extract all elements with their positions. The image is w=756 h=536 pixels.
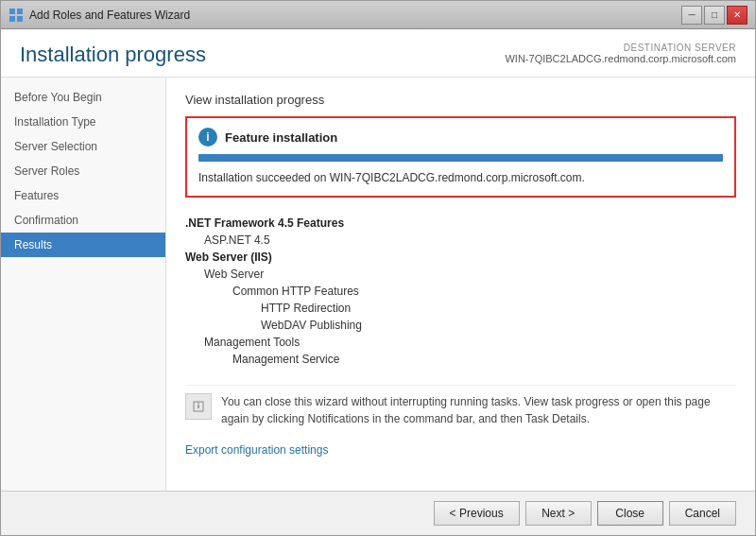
main-window: Add Roles and Features Wizard ─ □ ✕ Inst… <box>0 0 756 536</box>
content-area: View installation progress i Feature ins… <box>166 78 755 491</box>
maximize-button[interactable]: □ <box>704 6 725 25</box>
success-message: Installation succeeded on WIN-7QIBC2LADC… <box>198 169 723 186</box>
feature-installation-box: i Feature installation Installation succ… <box>185 116 736 198</box>
sidebar-item-server-roles[interactable]: Server Roles <box>1 159 165 183</box>
feature-header: i Feature installation <box>198 128 723 147</box>
sidebar: Before You BeginInstallation TypeServer … <box>1 78 166 491</box>
destination-label: DESTINATION SERVER <box>505 43 736 53</box>
installed-features: .NET Framework 4.5 FeaturesASP.NET 4.5We… <box>185 211 736 372</box>
info-icon: i <box>198 128 217 147</box>
progress-bar-fill <box>198 154 723 162</box>
footer: < Previous Next > Close Cancel <box>1 491 755 535</box>
close-button[interactable]: Close <box>597 501 663 526</box>
export-link[interactable]: Export configuration settings <box>185 443 328 457</box>
svg-point-6 <box>198 403 199 405</box>
list-item: Common HTTP Features <box>185 283 736 300</box>
list-item: Web Server (IIS) <box>185 249 736 266</box>
window-controls: ─ □ ✕ <box>681 6 747 25</box>
window-title: Add Roles and Features Wizard <box>29 9 190 22</box>
list-item: WebDAV Publishing <box>185 317 736 334</box>
titlebar-left: Add Roles and Features Wizard <box>9 8 190 23</box>
progress-bar-container <box>198 154 723 162</box>
feature-title: Feature installation <box>225 130 337 145</box>
page-title: Installation progress <box>20 43 206 67</box>
list-item: HTTP Redirection <box>185 300 736 317</box>
next-button[interactable]: Next > <box>525 501 592 526</box>
destination-server-name: WIN-7QIBC2LADCG.redmond.corp.microsoft.c… <box>505 53 736 64</box>
titlebar: Add Roles and Features Wizard ─ □ ✕ <box>1 1 755 29</box>
cancel-button[interactable]: Cancel <box>669 501 736 526</box>
sidebar-item-installation-type[interactable]: Installation Type <box>1 110 165 134</box>
svg-rect-2 <box>9 16 15 22</box>
app-icon <box>9 8 24 23</box>
list-item: ASP.NET 4.5 <box>185 232 736 249</box>
sidebar-item-confirmation[interactable]: Confirmation <box>1 208 165 233</box>
sidebar-item-results[interactable]: Results <box>1 233 165 257</box>
list-item: Management Service <box>185 351 736 368</box>
sidebar-item-features[interactable]: Features <box>1 183 165 208</box>
main-content: Before You BeginInstallation TypeServer … <box>1 78 755 491</box>
destination-server-info: DESTINATION SERVER WIN-7QIBC2LADCG.redmo… <box>505 43 736 64</box>
svg-rect-0 <box>9 9 15 14</box>
svg-rect-1 <box>17 9 23 14</box>
list-item: Web Server <box>185 266 736 283</box>
view-progress-label: View installation progress <box>185 93 736 107</box>
sidebar-item-before-you-begin[interactable]: Before You Begin <box>1 85 165 110</box>
notice-text: You can close this wizard without interr… <box>221 393 736 427</box>
info-notice: You can close this wizard without interr… <box>185 385 736 435</box>
notice-icon <box>185 393 212 420</box>
header: Installation progress DESTINATION SERVER… <box>1 29 755 78</box>
sidebar-item-server-selection[interactable]: Server Selection <box>1 134 165 159</box>
list-item: Management Tools <box>185 334 736 351</box>
svg-rect-3 <box>17 16 23 22</box>
list-item: .NET Framework 4.5 Features <box>185 215 736 232</box>
window-close-button[interactable]: ✕ <box>727 6 747 25</box>
previous-button[interactable]: < Previous <box>434 501 520 526</box>
minimize-button[interactable]: ─ <box>681 6 702 25</box>
